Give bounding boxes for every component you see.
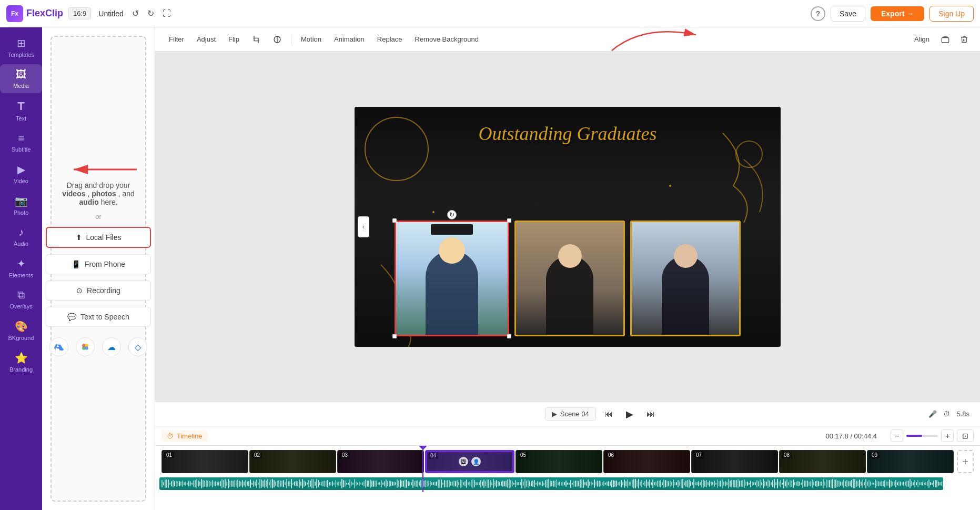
timeline-clip-08[interactable]: 08 — [779, 450, 866, 473]
timeline-clip-05[interactable]: 05 — [516, 450, 602, 473]
toolbar-separator-1 — [291, 34, 291, 45]
play-button[interactable]: ▶ — [621, 406, 638, 423]
motion-button[interactable]: Motion — [296, 32, 327, 46]
canvas-photo-3[interactable] — [630, 221, 741, 336]
delete-button[interactable] — [957, 33, 972, 46]
skip-back-button[interactable]: ⏮ — [604, 409, 613, 419]
sidebar-item-audio[interactable]: ♪ Audio — [0, 222, 42, 251]
media-drop-text: Drag and drop your videos , photos , and… — [62, 181, 135, 206]
filter-button[interactable]: Filter — [164, 32, 189, 46]
left-sidebar: ⊞ Templates 🖼 Media T Text ≡ Subtitle ▶ … — [0, 27, 42, 510]
sidebar-item-branding[interactable]: ⭐ Branding — [0, 347, 42, 377]
aspect-ratio-badge[interactable]: 16:9 — [68, 7, 91, 19]
flip-button[interactable]: Flip — [223, 32, 245, 46]
sidebar-item-video[interactable]: ▶ Video — [0, 159, 42, 188]
sidebar-item-label-video: Video — [14, 178, 28, 184]
timeline-clip-04[interactable]: 04 🖼 👤 — [425, 450, 514, 473]
media-drop-area[interactable]: Drag and drop your videos , photos , and… — [50, 36, 146, 502]
help-button[interactable]: ? — [811, 6, 825, 21]
sidebar-item-text[interactable]: T Text — [0, 95, 42, 126]
remove-bg-button[interactable]: Remove Background — [410, 32, 484, 46]
sidebar-item-bkground[interactable]: 🎨 BKground — [0, 316, 42, 345]
timeline-clip-07[interactable]: 07 — [691, 450, 778, 473]
audio-icon: ♪ — [18, 226, 24, 238]
branding-icon: ⭐ — [15, 352, 28, 364]
text-to-speech-label: Text to Speech — [80, 313, 129, 321]
zoom-slider[interactable] — [906, 435, 938, 437]
timeline-clip-09[interactable]: 09 — [867, 450, 954, 473]
sidebar-item-label-subtitle: Subtitle — [12, 146, 31, 153]
logo-text: FlexClip — [26, 8, 63, 19]
sidebar-item-elements[interactable]: ✦ Elements — [0, 253, 42, 283]
clip-01-number: 01 — [164, 452, 174, 458]
zoom-out-button[interactable]: − — [891, 429, 903, 442]
align-button[interactable]: Align — [910, 33, 934, 45]
mic-icon[interactable]: 🎤 — [928, 410, 937, 418]
canvas-photo-1[interactable]: ↻ — [395, 221, 509, 336]
animation-button[interactable]: Animation — [329, 32, 370, 46]
recording-button[interactable]: ⊙ Recording — [46, 281, 151, 301]
sidebar-item-photo[interactable]: 📷 Photo — [0, 191, 42, 220]
phone-icon: 📱 — [72, 260, 80, 268]
recording-icon: ⊙ — [76, 286, 83, 295]
clip-04-overlay: 🖼 👤 — [426, 451, 513, 472]
crop-button[interactable] — [247, 32, 266, 47]
layers-button[interactable] — [938, 33, 953, 46]
google-drive-icon[interactable] — [49, 337, 68, 356]
replace-button[interactable]: Replace — [372, 32, 408, 46]
media-icon: 🖼 — [16, 68, 26, 81]
onedrive-icon[interactable]: ☁ — [102, 337, 121, 356]
canvas-photo-2[interactable] — [514, 221, 625, 336]
media-panel: Drag and drop your videos , photos , and… — [42, 27, 155, 510]
zoom-in-button[interactable]: + — [941, 429, 954, 442]
fit-timeline-button[interactable]: ⊡ — [957, 429, 974, 442]
collapse-panel-button[interactable]: ‹ — [358, 216, 369, 237]
fullscreen-button[interactable]: ⛶ — [159, 6, 174, 21]
from-phone-button[interactable]: 📱 From Phone — [46, 254, 151, 274]
preview-wrapper: Outstanding Graduates — [155, 52, 980, 402]
sidebar-item-label-overlays: Overlays — [9, 303, 32, 309]
bkground-icon: 🎨 — [15, 320, 28, 333]
app-header: Fx FlexClip 16:9 Untitled ↺ ↻ ⛶ ? Save E… — [0, 0, 980, 27]
scene-badge[interactable]: ▶ Scene 04 — [545, 407, 596, 421]
adjust-button[interactable]: Adjust — [191, 32, 221, 46]
playback-center: ▶ Scene 04 ⏮ ▶ ⏭ — [545, 406, 655, 423]
sidebar-item-overlays[interactable]: ⧉ Overlays — [0, 285, 42, 314]
project-title[interactable]: Untitled — [98, 9, 123, 18]
timeline-clip-01[interactable]: 01 — [161, 450, 248, 473]
local-files-button[interactable]: ⬆ Local Files — [46, 227, 151, 248]
add-scene-button[interactable]: + — [957, 450, 974, 473]
redo-button[interactable]: ↻ — [144, 6, 157, 21]
clip-07-number: 07 — [694, 452, 704, 458]
clip-04-thumb-icon: 🖼 — [459, 457, 468, 466]
selection-handle-bl — [392, 334, 397, 338]
google-photos-icon[interactable] — [76, 337, 95, 356]
sidebar-item-media[interactable]: 🖼 Media — [0, 64, 42, 93]
blend-button[interactable] — [268, 32, 287, 47]
rotate-handle[interactable]: ↻ — [447, 210, 457, 219]
text-icon: T — [17, 99, 24, 113]
signup-button[interactable]: Sign Up — [930, 6, 974, 22]
skip-forward-button[interactable]: ⏭ — [646, 409, 655, 419]
canvas-title: Outstanding Graduates — [376, 123, 760, 145]
export-button[interactable]: Export → — [871, 6, 924, 21]
save-button[interactable]: Save — [831, 6, 865, 22]
timeline-timestamp: 00:17.8 / 00:44.4 — [825, 432, 877, 440]
timeline-scroll[interactable]: 01 02 03 — [155, 446, 980, 510]
timeline-clip-02[interactable]: 02 — [249, 450, 336, 473]
media-or-label: or — [95, 213, 102, 221]
timeline-clip-03[interactable]: 03 — [337, 450, 424, 473]
sidebar-item-label-bkground: BKground — [8, 335, 34, 341]
timeline-header: ⏱ Timeline 00:17.8 / 00:44.4 − + ⊡ — [155, 426, 980, 446]
sidebar-item-subtitle[interactable]: ≡ Subtitle — [0, 128, 42, 157]
timeline-zoom-controls: − + ⊡ — [891, 429, 974, 442]
dropbox-icon[interactable]: ◇ — [128, 337, 147, 356]
timeline-clip-06[interactable]: 06 — [603, 450, 690, 473]
from-phone-label: From Phone — [85, 260, 125, 268]
sidebar-item-templates[interactable]: ⊞ Templates — [0, 33, 42, 62]
undo-button[interactable]: ↺ — [129, 6, 142, 21]
clip-02-number: 02 — [252, 452, 262, 458]
audio-track[interactable]: // Waveform bars will be generated — [159, 477, 943, 490]
duration-label: 5.8s — [956, 410, 969, 418]
text-to-speech-button[interactable]: 💬 Text to Speech — [46, 307, 151, 327]
